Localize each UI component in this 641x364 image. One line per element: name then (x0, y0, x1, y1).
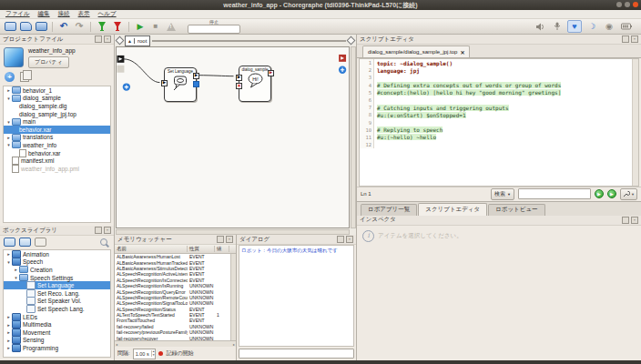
default-library-button[interactable] (4, 238, 15, 247)
box-library-item[interactable]: ▾Speech Settings (4, 274, 110, 282)
expand-arrow-icon[interactable]: ▸ (5, 87, 12, 93)
project-tree-item[interactable]: dialog_sample_jpj.top (4, 110, 110, 118)
close-tab-icon[interactable]: ✕ (460, 49, 464, 56)
stop-field-input[interactable] (188, 25, 240, 34)
bottom-tab-0[interactable]: ロボアプリ一覧 (361, 204, 417, 216)
close-icon[interactable]: × (631, 35, 638, 43)
expand-arrow-icon[interactable]: ▸ (5, 135, 12, 140)
project-tree-item[interactable]: ▸behavior_1 (4, 86, 110, 95)
menu-connect[interactable]: 接続 (58, 10, 70, 18)
onstopped-output-port[interactable]: ▶ (268, 70, 274, 76)
code-line[interactable]: 12 (360, 141, 638, 148)
new-project-button[interactable] (4, 21, 16, 33)
code-line[interactable]: 10# Replying to speech (360, 126, 638, 134)
diagram-vertical-scrollbar[interactable] (351, 46, 356, 228)
debug-button[interactable] (165, 21, 178, 33)
close-icon[interactable]: × (346, 236, 353, 243)
editor-tools-button[interactable]: ▼ (620, 188, 637, 200)
project-tree-item[interactable]: weather_info_app.pml (4, 165, 110, 173)
search-icon[interactable] (100, 238, 107, 246)
box-library-item[interactable]: ▸Sensing (4, 337, 110, 345)
memory-row[interactable]: fail-recovery/recoverUNKNOWN (115, 335, 236, 340)
dialog-text-input[interactable] (239, 349, 354, 359)
start-recording-button[interactable]: 記録の開始 (166, 349, 193, 358)
disconnect-robot-button[interactable] (111, 21, 124, 33)
box-library-item[interactable]: ▸LEDs (4, 313, 110, 321)
link-setlanguage-to-dialog[interactable] (198, 76, 234, 76)
connect-robot-button[interactable] (96, 21, 108, 33)
box-library-item[interactable]: Set Speech Lang. (4, 305, 110, 313)
diagram-input-port[interactable] (117, 56, 124, 63)
diagram-canvas[interactable]: Set Language ▶ ▶ dialog_sample (116, 46, 350, 228)
add-file-button[interactable]: + (5, 72, 15, 82)
memory-horizontal-scrollbar[interactable]: ◂▸ (115, 340, 236, 347)
robot-rest-button[interactable]: ☽ (585, 20, 599, 33)
undock-icon[interactable] (217, 236, 224, 243)
collapse-arrow-icon[interactable]: ▾ (5, 259, 12, 265)
code-editor[interactable]: 1topic: ~dialog_sample()2language: jpj34… (359, 58, 639, 187)
expand-arrow-icon[interactable]: ▸ (13, 267, 19, 272)
code-line[interactable]: 6 (360, 96, 638, 104)
close-icon[interactable]: × (104, 35, 111, 43)
undock-icon[interactable] (95, 227, 102, 234)
minimize-button[interactable] (616, 2, 622, 7)
code-line[interactable]: 3 (360, 74, 638, 81)
memory-vertical-scrollbar[interactable] (230, 254, 236, 340)
box-library-item[interactable]: Set Reco. Lang. (4, 289, 110, 298)
robot-life-button[interactable]: ♥ (567, 20, 582, 33)
code-line[interactable]: 5#concept:(hello) [hello hi hey "good mo… (360, 89, 638, 96)
onstop-input-port[interactable]: ✕ (236, 83, 242, 89)
undock-icon[interactable] (622, 217, 629, 224)
onstopped-output-port[interactable]: ▶ (193, 73, 199, 79)
level-up-icon[interactable]: ▲ (126, 38, 135, 44)
box-library-item[interactable]: ▸Movement (4, 329, 110, 337)
onstart-input-port[interactable]: ▶ (236, 75, 242, 81)
collapse-arrow-icon[interactable]: ▾ (5, 142, 12, 147)
box-library-item[interactable]: Set Language (4, 281, 110, 289)
project-tree-item[interactable]: behavior.xar (4, 126, 110, 134)
find-next-button[interactable]: ▶ (595, 189, 604, 198)
find-previous-button[interactable]: ▶ (607, 189, 616, 198)
undock-icon[interactable] (95, 35, 102, 43)
dialog-sample-box[interactable]: dialog_sample Hi! ▶ ✕ ▶ (239, 66, 271, 102)
project-tree-item[interactable]: ▸translations (4, 134, 110, 142)
box-library-item[interactable]: ▸Programming (4, 344, 110, 352)
robot-vision-button[interactable]: ◉ (602, 20, 616, 33)
box-library-item[interactable]: ▸Multimedia (4, 320, 110, 329)
code-line[interactable]: 7# Catching inputs and triggering output… (360, 104, 638, 111)
menu-view[interactable]: 表示 (78, 10, 90, 18)
expand-arrow-icon[interactable]: ▸ (5, 322, 12, 328)
add-output-button[interactable] (339, 66, 346, 74)
expand-arrow-icon[interactable]: ▸ (5, 314, 12, 319)
collapse-arrow-icon[interactable]: ▾ (13, 275, 19, 280)
set-language-box[interactable]: Set Language ▶ ▶ (164, 67, 197, 102)
expand-arrow-icon[interactable]: ▸ (5, 251, 12, 257)
bottom-tab-2[interactable]: ロボットビュー (488, 204, 544, 216)
code-line[interactable]: 2language: jpj (360, 66, 638, 74)
code-line[interactable]: 4# Defining extra concepts out of words … (360, 82, 638, 89)
stop-button[interactable]: ■ (149, 21, 162, 33)
microphone-button[interactable] (550, 20, 565, 33)
search-mode-dropdown[interactable]: 検索 ▼ (491, 188, 514, 200)
box-library-item[interactable]: ▸Creation (4, 266, 110, 274)
box-library-item[interactable]: ▸Animation (4, 250, 110, 258)
bottom-tab-1[interactable]: スクリプトエディタ (418, 203, 487, 216)
menu-help[interactable]: ヘルプ (98, 10, 117, 18)
open-library-button[interactable] (19, 238, 31, 247)
code-line[interactable]: 8#u:(e:onStart) $onStopped=1 (360, 111, 638, 118)
undo-button[interactable]: ↶ (57, 21, 70, 33)
project-tree-item[interactable]: manifest.xml (4, 157, 110, 165)
properties-button[interactable]: プロパティ (28, 56, 69, 68)
box-library-item[interactable]: Set Speaker Vol. (4, 298, 110, 306)
project-tree-item[interactable]: ▾main (4, 117, 110, 126)
project-tree-item[interactable]: ▾dialog_sample (4, 95, 110, 103)
undock-icon[interactable] (337, 236, 344, 243)
expand-arrow-icon[interactable]: ▸ (5, 345, 12, 350)
menu-file[interactable]: ファイル (5, 10, 30, 18)
new-library-button[interactable] (35, 238, 46, 247)
project-tree-item[interactable]: ▾weather_info (4, 141, 110, 149)
onstart-input-port[interactable]: ▶ (161, 80, 168, 86)
speaker-volume-button[interactable] (533, 20, 547, 33)
diagram-output-port[interactable] (339, 55, 346, 62)
memory-column-header[interactable]: 値 (215, 246, 229, 252)
